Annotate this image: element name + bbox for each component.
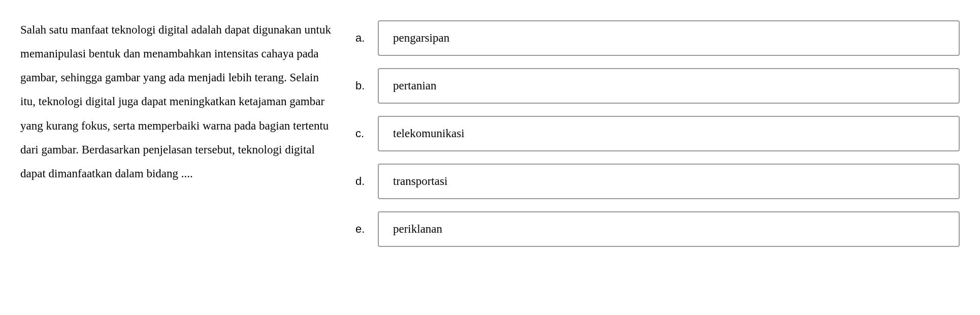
option-box-e[interactable]: periklanan	[378, 211, 960, 247]
option-row-a: a. pengarsipan	[355, 20, 960, 56]
option-label-e: e.	[355, 223, 368, 236]
question-text: Salah satu manfaat teknologi digital ada…	[20, 18, 335, 185]
question-container: Salah satu manfaat teknologi digital ada…	[20, 15, 960, 247]
option-row-b: b. pertanian	[355, 68, 960, 104]
option-box-a[interactable]: pengarsipan	[378, 20, 960, 56]
options-column: a. pengarsipan b. pertanian c. telekomun…	[355, 15, 960, 247]
option-text-d: transportasi	[393, 175, 447, 187]
option-text-a: pengarsipan	[393, 32, 449, 44]
option-label-a: a.	[355, 32, 368, 45]
option-row-d: d. transportasi	[355, 164, 960, 199]
question-column: Salah satu manfaat teknologi digital ada…	[20, 15, 335, 247]
option-row-e: e. periklanan	[355, 211, 960, 247]
option-label-b: b.	[355, 79, 368, 92]
option-text-b: pertanian	[393, 79, 437, 92]
option-label-d: d.	[355, 175, 368, 188]
option-text-c: telekomunikasi	[393, 127, 465, 140]
option-box-c[interactable]: telekomunikasi	[378, 116, 960, 151]
option-box-d[interactable]: transportasi	[378, 164, 960, 199]
option-row-c: c. telekomunikasi	[355, 116, 960, 151]
option-label-c: c.	[355, 127, 368, 140]
option-box-b[interactable]: pertanian	[378, 68, 960, 104]
option-text-e: periklanan	[393, 223, 442, 235]
